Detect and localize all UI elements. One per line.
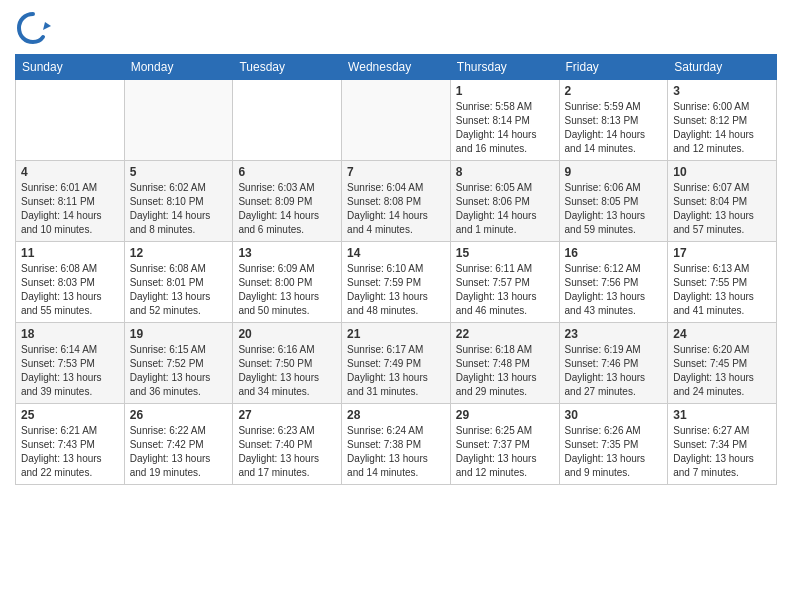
calendar-cell: 14Sunrise: 6:10 AM Sunset: 7:59 PM Dayli… bbox=[342, 242, 451, 323]
calendar-cell: 13Sunrise: 6:09 AM Sunset: 8:00 PM Dayli… bbox=[233, 242, 342, 323]
day-info: Sunrise: 6:24 AM Sunset: 7:38 PM Dayligh… bbox=[347, 424, 445, 480]
day-number: 12 bbox=[130, 246, 228, 260]
day-info: Sunrise: 6:25 AM Sunset: 7:37 PM Dayligh… bbox=[456, 424, 554, 480]
calendar-cell bbox=[233, 80, 342, 161]
week-row-5: 25Sunrise: 6:21 AM Sunset: 7:43 PM Dayli… bbox=[16, 404, 777, 485]
day-number: 14 bbox=[347, 246, 445, 260]
weekday-header-saturday: Saturday bbox=[668, 55, 777, 80]
day-info: Sunrise: 6:13 AM Sunset: 7:55 PM Dayligh… bbox=[673, 262, 771, 318]
day-info: Sunrise: 5:59 AM Sunset: 8:13 PM Dayligh… bbox=[565, 100, 663, 156]
day-number: 1 bbox=[456, 84, 554, 98]
calendar-cell: 29Sunrise: 6:25 AM Sunset: 7:37 PM Dayli… bbox=[450, 404, 559, 485]
week-row-2: 4Sunrise: 6:01 AM Sunset: 8:11 PM Daylig… bbox=[16, 161, 777, 242]
calendar-cell bbox=[124, 80, 233, 161]
day-number: 17 bbox=[673, 246, 771, 260]
calendar-cell: 7Sunrise: 6:04 AM Sunset: 8:08 PM Daylig… bbox=[342, 161, 451, 242]
day-number: 29 bbox=[456, 408, 554, 422]
calendar-cell: 15Sunrise: 6:11 AM Sunset: 7:57 PM Dayli… bbox=[450, 242, 559, 323]
day-number: 20 bbox=[238, 327, 336, 341]
calendar-cell: 28Sunrise: 6:24 AM Sunset: 7:38 PM Dayli… bbox=[342, 404, 451, 485]
calendar-cell: 21Sunrise: 6:17 AM Sunset: 7:49 PM Dayli… bbox=[342, 323, 451, 404]
day-number: 24 bbox=[673, 327, 771, 341]
calendar-cell: 31Sunrise: 6:27 AM Sunset: 7:34 PM Dayli… bbox=[668, 404, 777, 485]
day-number: 8 bbox=[456, 165, 554, 179]
calendar-cell: 4Sunrise: 6:01 AM Sunset: 8:11 PM Daylig… bbox=[16, 161, 125, 242]
calendar-cell: 5Sunrise: 6:02 AM Sunset: 8:10 PM Daylig… bbox=[124, 161, 233, 242]
day-number: 25 bbox=[21, 408, 119, 422]
day-number: 5 bbox=[130, 165, 228, 179]
day-number: 15 bbox=[456, 246, 554, 260]
day-number: 23 bbox=[565, 327, 663, 341]
calendar-cell: 25Sunrise: 6:21 AM Sunset: 7:43 PM Dayli… bbox=[16, 404, 125, 485]
weekday-header-thursday: Thursday bbox=[450, 55, 559, 80]
day-info: Sunrise: 6:01 AM Sunset: 8:11 PM Dayligh… bbox=[21, 181, 119, 237]
calendar-cell: 9Sunrise: 6:06 AM Sunset: 8:05 PM Daylig… bbox=[559, 161, 668, 242]
calendar-cell: 22Sunrise: 6:18 AM Sunset: 7:48 PM Dayli… bbox=[450, 323, 559, 404]
day-info: Sunrise: 6:17 AM Sunset: 7:49 PM Dayligh… bbox=[347, 343, 445, 399]
day-number: 22 bbox=[456, 327, 554, 341]
day-number: 18 bbox=[21, 327, 119, 341]
calendar-cell: 12Sunrise: 6:08 AM Sunset: 8:01 PM Dayli… bbox=[124, 242, 233, 323]
day-info: Sunrise: 6:16 AM Sunset: 7:50 PM Dayligh… bbox=[238, 343, 336, 399]
calendar-cell: 24Sunrise: 6:20 AM Sunset: 7:45 PM Dayli… bbox=[668, 323, 777, 404]
weekday-header-row: SundayMondayTuesdayWednesdayThursdayFrid… bbox=[16, 55, 777, 80]
calendar-cell: 23Sunrise: 6:19 AM Sunset: 7:46 PM Dayli… bbox=[559, 323, 668, 404]
calendar-cell: 27Sunrise: 6:23 AM Sunset: 7:40 PM Dayli… bbox=[233, 404, 342, 485]
day-number: 11 bbox=[21, 246, 119, 260]
weekday-header-tuesday: Tuesday bbox=[233, 55, 342, 80]
calendar-cell: 19Sunrise: 6:15 AM Sunset: 7:52 PM Dayli… bbox=[124, 323, 233, 404]
calendar-cell: 30Sunrise: 6:26 AM Sunset: 7:35 PM Dayli… bbox=[559, 404, 668, 485]
main-container: SundayMondayTuesdayWednesdayThursdayFrid… bbox=[0, 0, 792, 495]
calendar-cell: 6Sunrise: 6:03 AM Sunset: 8:09 PM Daylig… bbox=[233, 161, 342, 242]
day-number: 7 bbox=[347, 165, 445, 179]
day-info: Sunrise: 6:20 AM Sunset: 7:45 PM Dayligh… bbox=[673, 343, 771, 399]
day-info: Sunrise: 6:08 AM Sunset: 8:03 PM Dayligh… bbox=[21, 262, 119, 318]
calendar-cell: 10Sunrise: 6:07 AM Sunset: 8:04 PM Dayli… bbox=[668, 161, 777, 242]
day-info: Sunrise: 6:04 AM Sunset: 8:08 PM Dayligh… bbox=[347, 181, 445, 237]
week-row-1: 1Sunrise: 5:58 AM Sunset: 8:14 PM Daylig… bbox=[16, 80, 777, 161]
calendar-cell: 8Sunrise: 6:05 AM Sunset: 8:06 PM Daylig… bbox=[450, 161, 559, 242]
calendar-cell: 17Sunrise: 6:13 AM Sunset: 7:55 PM Dayli… bbox=[668, 242, 777, 323]
day-info: Sunrise: 6:12 AM Sunset: 7:56 PM Dayligh… bbox=[565, 262, 663, 318]
day-number: 30 bbox=[565, 408, 663, 422]
day-number: 27 bbox=[238, 408, 336, 422]
day-number: 3 bbox=[673, 84, 771, 98]
calendar-table: SundayMondayTuesdayWednesdayThursdayFrid… bbox=[15, 54, 777, 485]
day-info: Sunrise: 6:14 AM Sunset: 7:53 PM Dayligh… bbox=[21, 343, 119, 399]
day-number: 2 bbox=[565, 84, 663, 98]
day-number: 21 bbox=[347, 327, 445, 341]
day-info: Sunrise: 6:07 AM Sunset: 8:04 PM Dayligh… bbox=[673, 181, 771, 237]
day-info: Sunrise: 6:03 AM Sunset: 8:09 PM Dayligh… bbox=[238, 181, 336, 237]
week-row-3: 11Sunrise: 6:08 AM Sunset: 8:03 PM Dayli… bbox=[16, 242, 777, 323]
day-info: Sunrise: 6:18 AM Sunset: 7:48 PM Dayligh… bbox=[456, 343, 554, 399]
calendar-cell: 2Sunrise: 5:59 AM Sunset: 8:13 PM Daylig… bbox=[559, 80, 668, 161]
weekday-header-monday: Monday bbox=[124, 55, 233, 80]
calendar-cell: 18Sunrise: 6:14 AM Sunset: 7:53 PM Dayli… bbox=[16, 323, 125, 404]
day-info: Sunrise: 6:08 AM Sunset: 8:01 PM Dayligh… bbox=[130, 262, 228, 318]
day-info: Sunrise: 6:11 AM Sunset: 7:57 PM Dayligh… bbox=[456, 262, 554, 318]
day-number: 19 bbox=[130, 327, 228, 341]
day-info: Sunrise: 6:00 AM Sunset: 8:12 PM Dayligh… bbox=[673, 100, 771, 156]
day-number: 13 bbox=[238, 246, 336, 260]
day-info: Sunrise: 6:02 AM Sunset: 8:10 PM Dayligh… bbox=[130, 181, 228, 237]
day-info: Sunrise: 5:58 AM Sunset: 8:14 PM Dayligh… bbox=[456, 100, 554, 156]
day-info: Sunrise: 6:15 AM Sunset: 7:52 PM Dayligh… bbox=[130, 343, 228, 399]
day-info: Sunrise: 6:27 AM Sunset: 7:34 PM Dayligh… bbox=[673, 424, 771, 480]
day-info: Sunrise: 6:26 AM Sunset: 7:35 PM Dayligh… bbox=[565, 424, 663, 480]
day-number: 26 bbox=[130, 408, 228, 422]
day-info: Sunrise: 6:09 AM Sunset: 8:00 PM Dayligh… bbox=[238, 262, 336, 318]
calendar-cell bbox=[342, 80, 451, 161]
calendar-cell: 26Sunrise: 6:22 AM Sunset: 7:42 PM Dayli… bbox=[124, 404, 233, 485]
day-info: Sunrise: 6:06 AM Sunset: 8:05 PM Dayligh… bbox=[565, 181, 663, 237]
logo bbox=[15, 10, 55, 46]
day-number: 9 bbox=[565, 165, 663, 179]
calendar-cell: 1Sunrise: 5:58 AM Sunset: 8:14 PM Daylig… bbox=[450, 80, 559, 161]
day-number: 6 bbox=[238, 165, 336, 179]
weekday-header-wednesday: Wednesday bbox=[342, 55, 451, 80]
calendar-cell: 11Sunrise: 6:08 AM Sunset: 8:03 PM Dayli… bbox=[16, 242, 125, 323]
calendar-cell: 3Sunrise: 6:00 AM Sunset: 8:12 PM Daylig… bbox=[668, 80, 777, 161]
logo-icon bbox=[15, 10, 51, 46]
calendar-cell bbox=[16, 80, 125, 161]
day-info: Sunrise: 6:05 AM Sunset: 8:06 PM Dayligh… bbox=[456, 181, 554, 237]
day-info: Sunrise: 6:21 AM Sunset: 7:43 PM Dayligh… bbox=[21, 424, 119, 480]
